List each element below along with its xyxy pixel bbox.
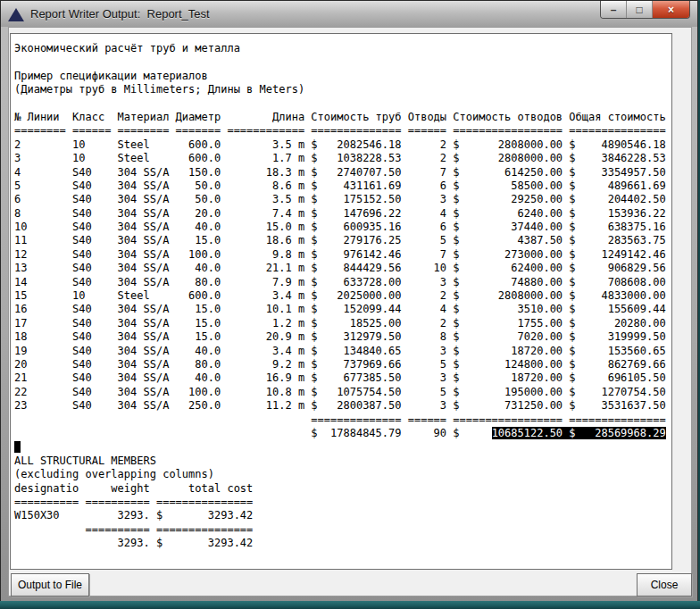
report-line xyxy=(14,55,671,69)
client-area: Экономический расчёт труб и металлаПриме… xyxy=(8,27,692,596)
report-line: 19 S40 304 SS/A 40.0 3.4 m $ 134840.65 3… xyxy=(14,345,671,358)
report-line: 20 S40 304 SS/A 80.0 9.2 m $ 737969.66 5… xyxy=(14,358,671,371)
report-line: 8 S40 304 SS/A 20.0 7.4 m $ 147696.22 4 … xyxy=(14,207,671,221)
report-line: $ 17884845.79 90 $ 10685122.50 $ 2856996… xyxy=(14,427,671,440)
report-line xyxy=(14,97,671,111)
report-output-area[interactable]: Экономический расчёт труб и металлаПриме… xyxy=(10,33,672,570)
report-line: 12 S40 304 SS/A 100.0 9.8 m $ 976142.46 … xyxy=(14,248,671,262)
report-line: 4 S40 304 SS/A 150.0 18.3 m $ 2740707.50… xyxy=(14,166,671,179)
report-line: Пример спецификации материалов xyxy=(14,70,671,83)
report-line: ============== ====== ================= … xyxy=(14,413,671,427)
report-line: 18 S40 304 SS/A 15.0 20.9 m $ 312979.50 … xyxy=(14,330,671,344)
window-controls: – □ × xyxy=(600,1,690,19)
selected-text: 10685122.50 $ 28569968.29 xyxy=(492,427,666,439)
report-line: 13 S40 304 SS/A 40.0 21.1 m $ 844429.56 … xyxy=(14,262,671,275)
report-line: ALL STRUCTURAL MEMBERS xyxy=(14,455,671,468)
report-line: (Диаметры труб в Millimeters; Длины в Me… xyxy=(14,83,671,96)
desktop-background-strip xyxy=(0,601,700,609)
close-button[interactable]: Close xyxy=(637,573,692,596)
report-line: 2 10 Steel 600.0 3.5 m $ 2082546.18 2 $ … xyxy=(14,138,671,152)
totals-unselected-text: $ 17884845.79 90 $ xyxy=(14,427,492,439)
report-writer-window: Report Writer Output: Report_Test – □ × … xyxy=(0,0,698,602)
restore-button[interactable]: □ xyxy=(627,1,653,18)
report-line: 10 S40 304 SS/A 40.0 15.0 m $ 600935.16 … xyxy=(14,221,671,234)
report-line: 16 S40 304 SS/A 15.0 10.1 m $ 152099.44 … xyxy=(14,303,671,316)
minimize-button[interactable]: – xyxy=(601,1,627,18)
report-content: Экономический расчёт труб и металлаПриме… xyxy=(14,42,671,550)
report-line: W150X30 3293. $ 3293.42 xyxy=(14,509,671,522)
report-line: № Линии Класс Материал Диаметр Длина Сто… xyxy=(14,111,671,124)
close-window-button[interactable]: × xyxy=(653,1,689,18)
report-line: 6 S40 304 SS/A 50.0 3.5 m $ 175152.50 3 … xyxy=(14,193,671,206)
report-line: 21 S40 304 SS/A 40.0 16.9 m $ 677385.50 … xyxy=(14,371,671,385)
report-line xyxy=(14,440,671,454)
report-line: (excluding overlapping columns) xyxy=(14,468,671,481)
report-line: 3293. $ 3293.42 xyxy=(14,537,671,550)
window-title: Report Writer Output: Report_Test xyxy=(30,7,210,21)
report-line: Экономический расчёт труб и металла xyxy=(14,42,671,55)
report-line: 23 S40 304 SS/A 250.0 11.2 m $ 2800387.5… xyxy=(14,399,671,413)
report-line: 15 10 Steel 600.0 3.4 m $ 2025000.00 2 $… xyxy=(14,289,671,303)
text-cursor xyxy=(14,441,21,453)
report-line: 17 S40 304 SS/A 15.0 1.2 m $ 18525.00 2 … xyxy=(14,317,671,330)
report-line: 11 S40 304 SS/A 15.0 18.6 m $ 279176.25 … xyxy=(14,234,671,247)
report-line: designatio weight total cost xyxy=(14,482,671,496)
app-logo-icon xyxy=(8,8,24,21)
report-line: 5 S40 304 SS/A 50.0 8.6 m $ 431161.69 6 … xyxy=(14,179,671,193)
report-line: ========== ========== =============== xyxy=(14,496,671,509)
output-to-file-button[interactable]: Output to File xyxy=(11,573,89,596)
report-line: 3 10 Steel 600.0 1.7 m $ 1038228.53 2 $ … xyxy=(14,152,671,165)
title-bar[interactable]: Report Writer Output: Report_Test – □ × xyxy=(1,1,697,27)
report-line: ======== ====== ======== ======= =======… xyxy=(14,124,671,138)
report-line: 14 S40 304 SS/A 80.0 7.9 m $ 633728.00 3… xyxy=(14,276,671,289)
report-line: ========== =============== xyxy=(14,523,671,537)
report-line: 22 S40 304 SS/A 100.0 10.8 m $ 1075754.5… xyxy=(14,386,671,399)
